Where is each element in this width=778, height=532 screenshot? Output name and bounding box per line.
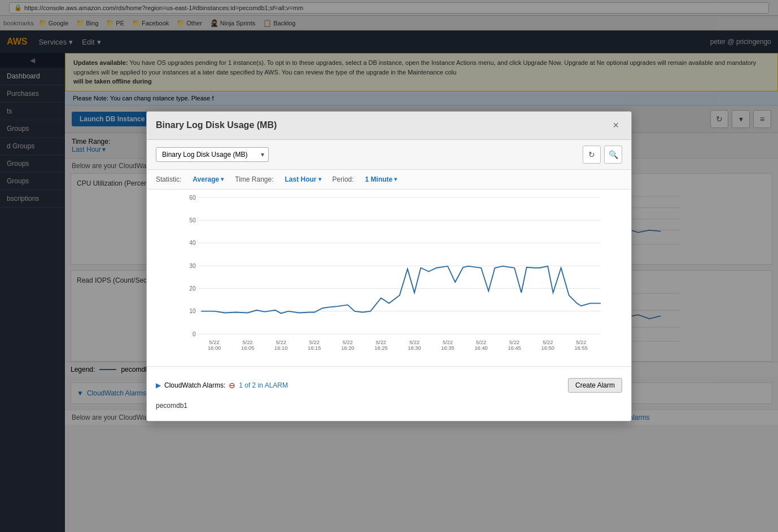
modal-instance-name: pecomdb1 — [156, 397, 622, 414]
modal-chart-svg: 60 50 40 30 20 10 0 5/22 16:00 5/22 16:0… — [156, 190, 622, 359]
modal-chart-area: 60 50 40 30 20 10 0 5/22 16:00 5/22 16:0… — [147, 190, 631, 366]
modal-overlay: Binary Log Disk Usage (MB) × Binary Log … — [0, 0, 778, 532]
modal-close-button[interactable]: × — [609, 118, 622, 133]
period-label: Period: — [333, 175, 354, 183]
footer-alarm-status-icon: ⊖ — [229, 381, 235, 390]
modal-refresh-button[interactable]: ↻ — [583, 146, 601, 164]
svg-text:16:15: 16:15 — [308, 345, 321, 351]
svg-text:16:25: 16:25 — [374, 345, 387, 351]
svg-text:50: 50 — [189, 217, 196, 223]
svg-text:5/22: 5/22 — [409, 339, 419, 345]
svg-text:16:55: 16:55 — [575, 345, 588, 351]
statistic-value[interactable]: Average — [193, 175, 224, 183]
svg-text:16:20: 16:20 — [341, 345, 354, 351]
chart-data-line — [201, 266, 601, 313]
alarm-expand-btn[interactable]: ▶ — [156, 381, 161, 389]
time-range-modal-value[interactable]: Last Hour — [285, 175, 321, 183]
metric-select[interactable]: Binary Log Disk Usage (MB) — [156, 147, 269, 162]
modal-title: Binary Log Disk Usage (MB) — [156, 120, 277, 130]
time-range-label: Time Range: — [235, 175, 273, 183]
svg-text:5/22: 5/22 — [309, 339, 320, 345]
modal-zoom-button[interactable]: 🔍 — [604, 146, 622, 164]
statistic-label: Statistic: — [156, 175, 181, 183]
svg-text:5/22: 5/22 — [509, 339, 519, 345]
svg-text:16:45: 16:45 — [508, 345, 521, 351]
alarm-footer-row: ▶ CloudWatch Alarms: ⊖ 1 of 2 in ALARM C… — [156, 373, 622, 397]
svg-text:30: 30 — [189, 262, 196, 269]
modal-actions: ↻ 🔍 — [583, 146, 622, 164]
svg-text:5/22: 5/22 — [209, 339, 220, 345]
svg-text:5/22: 5/22 — [543, 339, 553, 345]
footer-alarm-status-link[interactable]: 1 of 2 in ALARM — [239, 381, 288, 389]
svg-text:16:10: 16:10 — [274, 345, 287, 351]
svg-text:5/22: 5/22 — [276, 339, 286, 345]
modal-header: Binary Log Disk Usage (MB) × — [147, 112, 631, 140]
svg-text:5/22: 5/22 — [576, 339, 586, 345]
svg-text:40: 40 — [189, 240, 196, 246]
svg-text:5/22: 5/22 — [343, 339, 353, 345]
svg-text:16:05: 16:05 — [241, 345, 254, 351]
svg-text:16:30: 16:30 — [408, 345, 421, 351]
modal-toolbar: Binary Log Disk Usage (MB) ↻ 🔍 — [147, 140, 631, 170]
alarm-footer-left: ▶ CloudWatch Alarms: ⊖ 1 of 2 in ALARM — [156, 381, 288, 390]
svg-text:5/22: 5/22 — [243, 339, 253, 345]
svg-text:5/22: 5/22 — [443, 339, 453, 345]
svg-text:10: 10 — [189, 308, 196, 314]
svg-text:16:35: 16:35 — [441, 345, 454, 351]
binary-log-modal: Binary Log Disk Usage (MB) × Binary Log … — [146, 111, 632, 421]
svg-text:16:40: 16:40 — [474, 345, 487, 351]
metric-select-wrap: Binary Log Disk Usage (MB) — [156, 147, 269, 162]
svg-text:5/22: 5/22 — [376, 339, 386, 345]
modal-controls: Statistic: Average Time Range: Last Hour… — [147, 170, 631, 190]
svg-text:0: 0 — [193, 331, 196, 337]
footer-alarm-label: CloudWatch Alarms: — [164, 381, 225, 389]
modal-footer: ▶ CloudWatch Alarms: ⊖ 1 of 2 in ALARM C… — [147, 366, 631, 421]
svg-text:20: 20 — [189, 285, 196, 292]
svg-text:16:00: 16:00 — [208, 345, 221, 351]
svg-text:16:50: 16:50 — [541, 345, 554, 351]
period-value[interactable]: 1 Minute — [365, 175, 397, 183]
create-alarm-button[interactable]: Create Alarm — [568, 378, 622, 393]
svg-text:5/22: 5/22 — [476, 339, 486, 345]
svg-text:60: 60 — [189, 194, 196, 200]
